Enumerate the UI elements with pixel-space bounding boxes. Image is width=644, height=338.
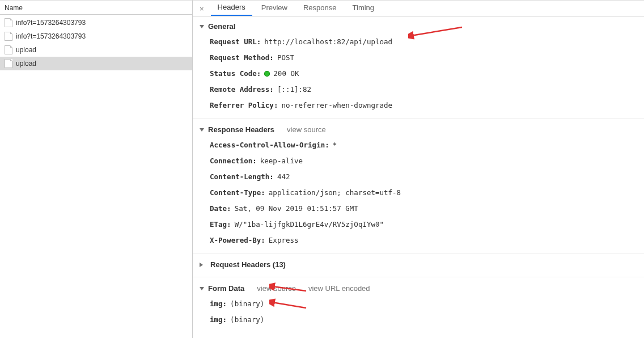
general-title: General xyxy=(208,22,235,31)
remote-address-row: Remote Address [::1]:82 xyxy=(200,82,644,98)
referrer-policy-row: Referrer Policy no-referrer-when-downgra… xyxy=(200,98,644,113)
request-headers-section: Request Headers (13) xyxy=(193,253,644,274)
request-headers-title: Request Headers (13) xyxy=(210,260,286,269)
close-detail-button[interactable]: × xyxy=(198,3,209,13)
file-icon xyxy=(5,59,12,68)
form-data-key: img xyxy=(210,298,227,310)
form-data-section: Form Data view source view URL encoded i… xyxy=(193,277,644,330)
request-detail-panel: × Headers Preview Response Timing Genera… xyxy=(193,0,644,338)
form-data-title: Form Data xyxy=(208,284,244,293)
status-code-row: Status Code 200 OK xyxy=(200,66,644,82)
header-row: DateSat, 09 Nov 2019 01:51:57 GMT xyxy=(200,201,644,217)
tab-timing[interactable]: Timing xyxy=(346,1,382,15)
response-headers-section: Response Headers view source Access-Cont… xyxy=(193,118,644,251)
tab-headers[interactable]: Headers xyxy=(211,1,252,16)
collapse-triangle-icon xyxy=(200,128,204,132)
request-label: upload xyxy=(16,46,36,54)
request-method-row: Request Method POST xyxy=(200,50,644,66)
status-code-value: 200 OK xyxy=(273,68,299,79)
general-section-header[interactable]: General xyxy=(200,21,644,34)
remote-address-value: [::1]:82 xyxy=(277,84,311,95)
header-key: Date xyxy=(210,203,231,214)
tab-preview[interactable]: Preview xyxy=(255,1,294,15)
header-key: X-Powered-By xyxy=(210,235,265,246)
collapse-triangle-icon xyxy=(200,287,204,290)
header-value: Express xyxy=(269,235,299,246)
file-icon xyxy=(5,45,12,54)
tab-response[interactable]: Response xyxy=(296,1,344,15)
request-list: info?t=1573264303793 info?t=157326430379… xyxy=(0,15,192,338)
header-value: Sat, 09 Nov 2019 01:51:57 GMT xyxy=(235,203,358,214)
header-key: ETag xyxy=(210,219,231,230)
header-value: W/"1ba-lijfgkD1L6grE4v/RV5zjOqIYw0" xyxy=(235,219,384,230)
request-label: upload xyxy=(16,60,36,67)
header-key: Access-Control-Allow-Origin xyxy=(210,140,329,151)
header-row: Connectionkeep-alive xyxy=(200,153,644,169)
header-row: X-Powered-ByExpress xyxy=(200,233,644,248)
form-data-row: img(binary) xyxy=(200,296,644,312)
request-url-key: Request URL xyxy=(210,36,261,48)
status-dot-icon xyxy=(264,71,270,77)
detail-tabs: × Headers Preview Response Timing xyxy=(193,1,644,16)
header-key: Content-Type xyxy=(210,187,265,198)
headers-detail-body: General Request URL http://localhost:82/… xyxy=(193,16,644,338)
status-code-key: Status Code xyxy=(210,68,261,79)
collapse-triangle-icon xyxy=(200,25,204,28)
form-data-header[interactable]: Form Data view source view URL encoded xyxy=(200,283,644,296)
view-source-link[interactable]: view source xyxy=(287,125,326,134)
header-key: Connection xyxy=(210,155,257,167)
header-row: ETagW/"1ba-lijfgkD1L6grE4v/RV5zjOqIYw0" xyxy=(200,217,644,233)
response-headers-header[interactable]: Response Headers view source xyxy=(200,124,644,137)
view-url-encoded-link[interactable]: view URL encoded xyxy=(308,284,370,293)
view-source-link[interactable]: view source xyxy=(257,284,296,293)
referrer-policy-key: Referrer Policy xyxy=(210,100,278,111)
header-value: * xyxy=(333,140,337,151)
request-headers-header[interactable]: Request Headers (13) xyxy=(200,259,644,272)
request-method-key: Request Method xyxy=(210,52,274,64)
header-row: Content-Length442 xyxy=(200,169,644,185)
file-icon xyxy=(5,18,12,27)
form-data-value: (binary) xyxy=(230,314,264,326)
form-data-key: img xyxy=(210,314,227,326)
header-key: Content-Length xyxy=(210,171,274,183)
request-url-row: Request URL http://localhost:82/api/uplo… xyxy=(200,34,644,50)
response-headers-title: Response Headers xyxy=(208,125,274,134)
form-data-row: img(binary) xyxy=(200,312,644,328)
request-row[interactable]: upload xyxy=(0,43,192,57)
remote-address-key: Remote Address xyxy=(210,84,274,95)
request-method-value: POST xyxy=(277,52,294,64)
form-data-value: (binary) xyxy=(230,298,264,310)
network-request-list-panel: Name info?t=1573264303793 info?t=1573264… xyxy=(0,0,193,338)
expand-triangle-icon xyxy=(200,263,205,267)
header-value: 442 xyxy=(277,171,290,183)
request-label: info?t=1573264303793 xyxy=(16,19,86,27)
request-row[interactable]: info?t=1573264303793 xyxy=(0,16,192,29)
request-row-selected[interactable]: upload xyxy=(0,57,192,70)
referrer-policy-value: no-referrer-when-downgrade xyxy=(281,100,392,111)
header-row: Content-Typeapplication/json; charset=ut… xyxy=(200,185,644,201)
header-row: Access-Control-Allow-Origin* xyxy=(200,137,644,153)
general-section: General Request URL http://localhost:82/… xyxy=(193,19,644,116)
request-label: info?t=1573264303793 xyxy=(16,32,86,40)
request-row[interactable]: info?t=1573264303793 xyxy=(0,29,192,43)
header-value: application/json; charset=utf-8 xyxy=(269,187,401,198)
request-url-value: http://localhost:82/api/upload xyxy=(264,36,392,48)
name-column-header[interactable]: Name xyxy=(0,1,192,15)
header-value: keep-alive xyxy=(260,155,303,167)
file-icon xyxy=(5,32,12,41)
